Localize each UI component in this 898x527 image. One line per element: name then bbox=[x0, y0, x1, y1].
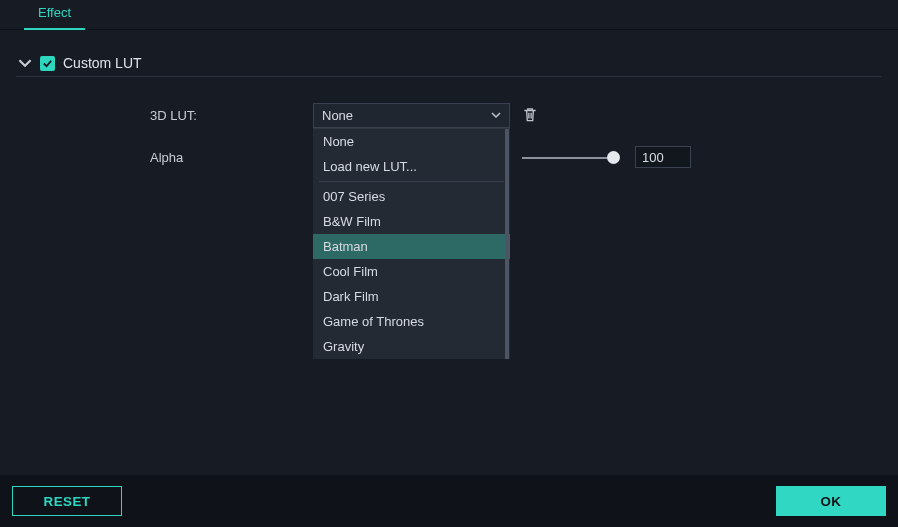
chevron-down-icon bbox=[491, 108, 501, 123]
dropdown-item[interactable]: Dark Film bbox=[313, 284, 510, 309]
dropdown-item[interactable]: Load new LUT... bbox=[313, 154, 510, 179]
dropdown-item[interactable]: Game of Thrones bbox=[313, 309, 510, 334]
tab-bar: Effect bbox=[0, 0, 898, 30]
trash-icon[interactable] bbox=[521, 106, 539, 124]
effect-panel: Effect Custom LUT 3D LUT: Alpha None Non… bbox=[0, 0, 898, 527]
dropdown-item[interactable]: Gravity bbox=[313, 334, 510, 359]
dropdown-item[interactable]: B&W Film bbox=[313, 209, 510, 234]
footer: RESET OK bbox=[0, 475, 898, 527]
custom-lut-checkbox[interactable] bbox=[40, 56, 55, 71]
dropdown-item[interactable]: Cool Film bbox=[313, 259, 510, 284]
label-alpha: Alpha bbox=[150, 150, 183, 165]
dropdown-separator bbox=[319, 181, 504, 182]
reset-button[interactable]: RESET bbox=[12, 486, 122, 516]
dropdown-item[interactable]: None bbox=[313, 129, 510, 154]
lut-select[interactable]: None bbox=[313, 103, 510, 128]
label-3dlut: 3D LUT: bbox=[150, 108, 197, 123]
section-header: Custom LUT bbox=[18, 50, 880, 76]
lut-dropdown: NoneLoad new LUT...007 SeriesB&W FilmBat… bbox=[313, 128, 510, 359]
alpha-slider-thumb[interactable] bbox=[607, 151, 620, 164]
lut-select-value: None bbox=[322, 108, 491, 123]
dropdown-item[interactable]: Batman bbox=[313, 234, 510, 259]
alpha-input[interactable] bbox=[635, 146, 691, 168]
chevron-down-icon[interactable] bbox=[18, 56, 32, 70]
tab-effect[interactable]: Effect bbox=[24, 0, 85, 30]
ok-button[interactable]: OK bbox=[776, 486, 886, 516]
alpha-slider-track[interactable] bbox=[522, 157, 618, 159]
section-divider bbox=[16, 76, 882, 77]
section-title: Custom LUT bbox=[63, 55, 142, 71]
dropdown-item[interactable]: 007 Series bbox=[313, 184, 510, 209]
